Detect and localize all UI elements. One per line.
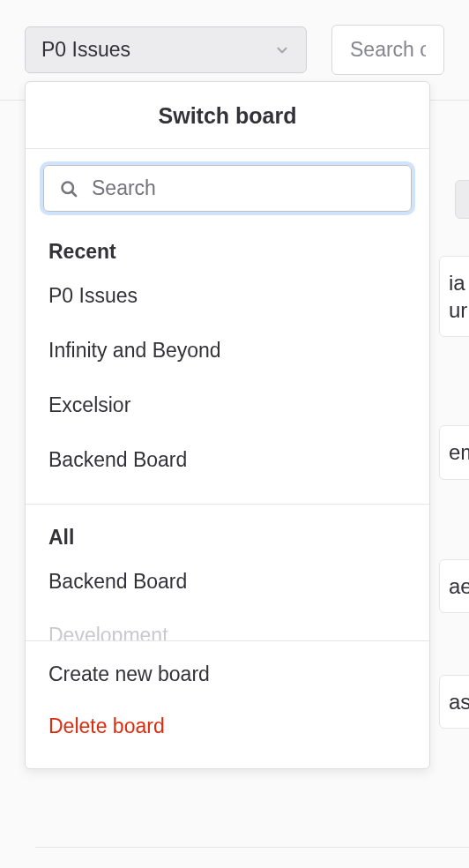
delete-board-button[interactable]: Delete board — [26, 700, 429, 752]
board-item-development[interactable]: Development — [26, 609, 429, 640]
background-card-fragment: ia ur — [439, 256, 469, 337]
background-card-fragment: ae — [439, 559, 469, 613]
board-selector-label: P0 Issues — [41, 38, 130, 62]
board-item-excelsior[interactable]: Excelsior — [26, 378, 429, 433]
board-selector-dropdown[interactable]: P0 Issues — [25, 26, 307, 73]
create-new-board-button[interactable]: Create new board — [26, 648, 429, 700]
background-card-fragment: as — [439, 675, 469, 729]
dropdown-search-input[interactable] — [92, 176, 397, 200]
dropdown-scroll-area: Recent P0 Issues Infinity and Beyond Exc… — [26, 219, 429, 640]
board-item-backend-board[interactable]: Backend Board — [26, 433, 429, 488]
chevron-down-icon — [274, 42, 290, 58]
board-item-infinity-and-beyond[interactable]: Infinity and Beyond — [26, 324, 429, 378]
all-heading: All — [26, 508, 429, 555]
dropdown-search-container — [43, 165, 412, 212]
dropdown-footer: Create new board Delete board — [26, 640, 429, 768]
board-item-backend-board-all[interactable]: Backend Board — [26, 555, 429, 610]
search-icon — [60, 180, 78, 198]
global-search-input[interactable] — [331, 25, 444, 75]
switch-board-dropdown: Switch board Recent P0 Issues Infinity a… — [25, 81, 430, 769]
background-card-fragment: em — [439, 425, 469, 479]
background-divider — [35, 847, 469, 848]
background-cards: ia ur em ae as — [439, 141, 469, 764]
board-item-p0-issues[interactable]: P0 Issues — [26, 269, 429, 324]
dropdown-title: Switch board — [26, 82, 429, 149]
all-section: All Backend Board Development — [26, 505, 429, 640]
recent-heading: Recent — [26, 222, 429, 269]
recent-section: Recent P0 Issues Infinity and Beyond Exc… — [26, 219, 429, 497]
